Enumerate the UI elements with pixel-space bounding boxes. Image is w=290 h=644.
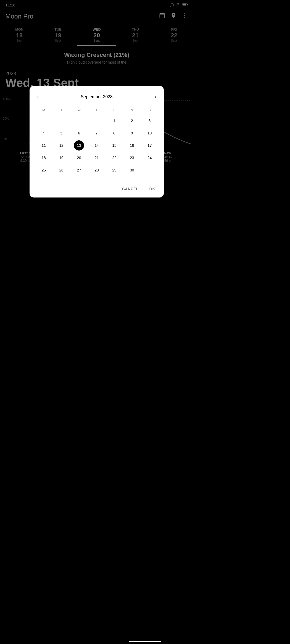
cal-header: ‹ September 2023 ›	[35, 92, 158, 101]
cal-weekday: S	[141, 107, 158, 114]
cal-month-title: September 2023	[81, 94, 113, 99]
cal-weekday: F	[106, 107, 123, 114]
cal-day-9[interactable]: 9	[127, 128, 137, 138]
cal-day-6[interactable]: 6	[74, 128, 84, 138]
cal-day-10[interactable]: 10	[144, 128, 155, 138]
cal-day-3[interactable]: 3	[144, 116, 155, 126]
next-month-button[interactable]: ›	[152, 92, 158, 101]
cal-day-2[interactable]: 2	[127, 116, 137, 126]
cal-day-12[interactable]: 12	[56, 140, 67, 151]
dialog-overlay: ‹ September 2023 › MTWTFSS 1234567891011…	[0, 0, 193, 429]
cal-day-28[interactable]: 28	[92, 165, 102, 175]
cancel-button[interactable]: CANCEL	[119, 185, 142, 193]
cal-day-16[interactable]: 16	[127, 140, 137, 151]
cal-day-5[interactable]: 5	[56, 128, 67, 138]
cal-day-empty	[92, 116, 102, 126]
cal-day-11[interactable]: 11	[39, 140, 49, 151]
cal-day-empty	[56, 116, 67, 126]
cal-weekday: M	[35, 107, 53, 114]
cal-day-21[interactable]: 21	[92, 153, 102, 163]
cal-day-17[interactable]: 17	[144, 140, 155, 151]
cal-day-13[interactable]: 13	[74, 140, 84, 151]
calendar-dialog: ‹ September 2023 › MTWTFSS 1234567891011…	[30, 86, 164, 197]
cal-weekday: S	[123, 107, 141, 114]
cal-weekdays: MTWTFSS	[35, 107, 158, 114]
cal-day-4[interactable]: 4	[39, 128, 49, 138]
cal-day-29[interactable]: 29	[109, 165, 119, 175]
cal-day-24[interactable]: 24	[144, 153, 155, 163]
cal-day-23[interactable]: 23	[127, 153, 137, 163]
cal-day-empty	[39, 116, 49, 126]
cal-grid: MTWTFSS 12345678910111213141516171819202…	[35, 107, 158, 176]
cal-day-1[interactable]: 1	[109, 116, 119, 126]
ok-button[interactable]: OK	[146, 185, 158, 193]
cal-day-14[interactable]: 14	[92, 140, 102, 151]
cal-day-8[interactable]: 8	[109, 128, 119, 138]
cal-day-22[interactable]: 22	[109, 153, 119, 163]
cal-day-empty	[144, 165, 155, 175]
cal-weekday: T	[53, 107, 70, 114]
cal-day-18[interactable]: 18	[39, 153, 49, 163]
cal-day-26[interactable]: 26	[56, 165, 67, 175]
cal-day-20[interactable]: 20	[74, 153, 84, 163]
cal-day-30[interactable]: 30	[127, 165, 137, 175]
cal-day-empty	[74, 116, 84, 126]
cal-actions: CANCEL OK	[35, 182, 158, 193]
cal-day-19[interactable]: 19	[56, 153, 67, 163]
cal-day-27[interactable]: 27	[74, 165, 84, 175]
cal-day-7[interactable]: 7	[92, 128, 102, 138]
cal-day-25[interactable]: 25	[39, 165, 49, 175]
cal-weekday: T	[88, 107, 106, 114]
prev-month-button[interactable]: ‹	[35, 92, 41, 101]
cal-days: 1234567891011121314151617181920212223242…	[35, 115, 158, 176]
cal-weekday: W	[70, 107, 88, 114]
cal-day-15[interactable]: 15	[109, 140, 119, 151]
